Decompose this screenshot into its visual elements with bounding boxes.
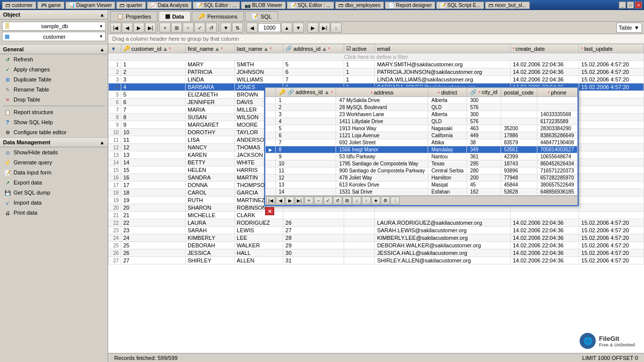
subgrid-cell[interactable]: 838635286649 <box>537 132 577 139</box>
subgrid-cell[interactable] <box>501 111 537 118</box>
cell-value[interactable]: 5 <box>121 91 186 99</box>
sub-nav-prev[interactable]: ◀ <box>276 197 285 205</box>
table-row[interactable]: 33LINDAWILLIAMS71LINDA.WILLIAMS@sakilacu… <box>109 76 644 83</box>
subgrid-col-phone[interactable]: * phone <box>537 88 577 97</box>
cell-value[interactable]: 15.02.2006 4:57:20 <box>579 242 644 249</box>
subgrid-cell[interactable]: 28 MySQL Boulevard <box>336 104 428 111</box>
export-button[interactable]: ↓ <box>331 23 342 33</box>
cell-value[interactable]: 24 <box>121 234 186 242</box>
subgrid-cell[interactable]: 45844 <box>501 182 537 189</box>
sub-filter-down[interactable]: ↓ <box>352 197 361 205</box>
menu-get-sql-dump[interactable]: 💾 Get SQL dump <box>0 188 108 198</box>
cell-value[interactable]: 9 <box>121 121 186 129</box>
subgrid-cell[interactable]: 10655648674 <box>537 153 577 160</box>
cell-value[interactable]: 28 <box>283 234 344 242</box>
cell-value[interactable]: DEBORAH.WALKER@sakilacustomer.org <box>375 242 511 249</box>
subgrid-cell[interactable]: 300 <box>467 97 501 104</box>
db-dropdown[interactable]: 🗄 sample_db ▼ <box>2 22 106 31</box>
cell-value[interactable]: 15.02.2006 4:57:20 <box>579 83 644 91</box>
cell-value[interactable]: 27 <box>121 257 186 264</box>
subgrid-cell[interactable]: 13 <box>276 182 336 189</box>
sub-save-button[interactable]: ✓ <box>324 197 333 205</box>
subgrid-cell[interactable]: 14 <box>276 189 336 196</box>
subgrid-cell[interactable]: 53561 <box>501 146 537 153</box>
subgrid-cell[interactable]: 860452626434 <box>537 160 577 167</box>
cell-value[interactable] <box>344 249 375 257</box>
sort-button[interactable]: ⇅ <box>232 23 243 33</box>
collapse-object-button[interactable]: ▲ <box>100 12 105 18</box>
subgrid-cell[interactable]: Esfahan <box>428 189 467 196</box>
subgrid-row[interactable]: 61121 Loja AvenueCalifornia4491788683863… <box>266 132 578 139</box>
cell-value[interactable]: MARGARET <box>185 121 234 129</box>
col-header-customer-id[interactable]: 🔑 customer_id ▲ * <box>121 44 186 53</box>
subgrid-close-button[interactable]: ✕ <box>265 207 274 215</box>
subgrid-cell[interactable]: 1411 Lillydale Drive <box>336 118 428 125</box>
subgrid-row[interactable]: 51913 Hanoi WayNagasaki46335200283033842… <box>266 125 578 132</box>
cell-value[interactable] <box>283 212 344 219</box>
row-number[interactable]: 1 <box>109 61 121 68</box>
subgrid-cell[interactable] <box>537 104 577 111</box>
clone-row-button[interactable]: ⊞ <box>171 23 182 33</box>
subgrid-cell[interactable]: 4 <box>276 118 336 125</box>
col-header-email[interactable]: email <box>375 44 511 53</box>
cell-value[interactable]: PATRICIA <box>185 68 234 76</box>
sub-more-button[interactable]: ⋮ <box>390 197 399 205</box>
revert-button[interactable]: ↺ <box>206 23 217 33</box>
subgrid-cell[interactable]: 280 <box>467 167 501 174</box>
tab-permissions[interactable]: 🔑 Permissions <box>192 11 244 21</box>
menu-data-input-form[interactable]: 📝 Data input form <box>0 167 108 177</box>
cell-value[interactable]: 14 <box>121 159 186 166</box>
subgrid-cell[interactable]: 448477190408 <box>537 139 577 146</box>
subgrid-cell[interactable]: 5 <box>276 125 336 132</box>
cell-value[interactable]: LINDA <box>185 76 234 83</box>
cell-value[interactable]: 15.02.2006 4:57:20 <box>579 249 644 257</box>
subgrid-cell[interactable]: 361 <box>467 153 501 160</box>
cell-value[interactable]: 14.02.2006 22:04:36 <box>511 76 579 83</box>
subgrid-cell[interactable]: 7 <box>276 139 336 146</box>
menu-show-sql-help[interactable]: ? Show SQL Help <box>0 117 108 127</box>
subgrid-cell[interactable]: 300 <box>467 111 501 118</box>
cell-value[interactable]: 1 <box>344 61 375 68</box>
cell-value[interactable]: JOHNSON <box>234 68 283 76</box>
table-row[interactable]: 2323SARAHLEWIS27SARAH.LEWIS@sakilacustom… <box>109 227 644 234</box>
cell-value[interactable]: ALLEN <box>234 257 283 264</box>
subgrid-cell[interactable]: 53628 <box>501 189 537 196</box>
cell-value[interactable]: SANDRA <box>185 174 234 182</box>
nav-last-button[interactable]: ▶| <box>145 23 156 33</box>
cell-value[interactable]: 18 <box>121 189 186 197</box>
cell-value[interactable]: 11 <box>121 136 186 144</box>
cell-value[interactable] <box>579 159 644 166</box>
cell-value[interactable]: 26 <box>121 249 186 257</box>
row-number[interactable]: 22 <box>109 219 121 227</box>
row-number[interactable]: 7 <box>109 106 121 114</box>
subgrid-cell[interactable]: 576 <box>467 118 501 125</box>
cell-value[interactable]: PATRICIA.JOHNSON@sakilacustomer.org <box>375 68 511 76</box>
data-grid-container[interactable]: ▼ 🔑 customer_id ▲ * <box>108 44 644 353</box>
sub-settings-button[interactable]: ⚙ <box>381 197 390 205</box>
cell-value[interactable]: 14.02.2006 22:04:36 <box>511 249 579 257</box>
subgrid-cell[interactable]: 613 Korolev Drive <box>336 182 428 189</box>
cell-value[interactable]: JESSICA.HALL@sakilacustomer.org <box>375 249 511 257</box>
row-number[interactable]: 12 <box>109 144 121 151</box>
cell-value[interactable]: 15.02.2006 4:57:20 <box>579 219 644 227</box>
cell-value[interactable]: 20 <box>121 204 186 212</box>
subgrid-row[interactable]: 228 MySQL BoulevardQLD576 <box>266 104 578 111</box>
menu-drop-table[interactable]: ✕ Drop Table <box>0 95 108 105</box>
cell-value[interactable] <box>579 204 644 212</box>
col-header-active[interactable]: ☑ active <box>344 44 375 53</box>
subgrid-col-address[interactable]: * address <box>336 88 428 97</box>
subgrid-cell[interactable]: Hamilton <box>428 174 467 182</box>
row-number[interactable]: 4 <box>109 83 121 91</box>
row-number[interactable]: 8 <box>109 114 121 121</box>
subgrid-col-address-id[interactable]: 🔑 🔗 address_id ▲ * <box>276 88 336 97</box>
cell-value[interactable]: 7 <box>283 76 344 83</box>
cell-value[interactable]: 10 <box>121 129 186 136</box>
subgrid-cell[interactable]: 10 <box>276 160 336 167</box>
subgrid-cell[interactable]: 17886 <box>501 132 537 139</box>
subgrid-row[interactable]: ▶81566 Inegl ManorMandalay34953561705814… <box>266 146 578 153</box>
subgrid-row[interactable]: 41411 Lillydale DriveQLD5766172235589 <box>266 118 578 125</box>
tab-sql[interactable]: 📝 SQL <box>245 11 278 21</box>
cell-value[interactable]: 15.02.2006 4:57:20 <box>579 61 644 68</box>
tab-sql2[interactable]: 📝 SQL Editor : ... <box>287 2 334 9</box>
row-number[interactable]: 2 <box>109 68 121 76</box>
